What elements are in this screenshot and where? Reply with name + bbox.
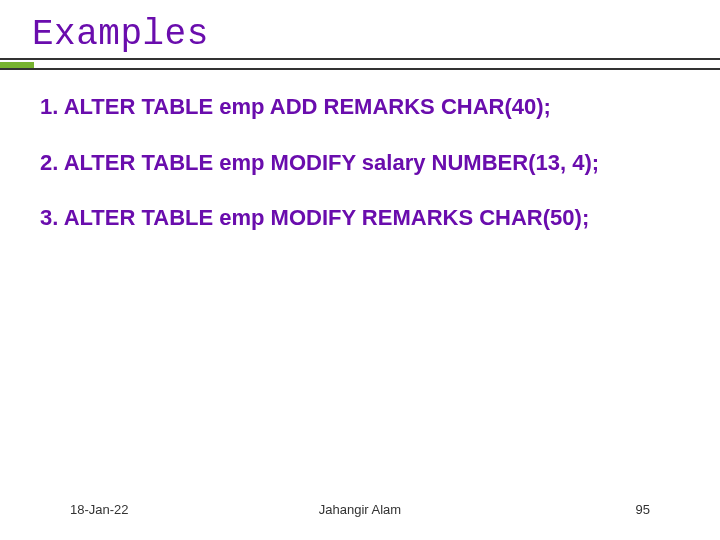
footer-page-number: 95 bbox=[636, 502, 650, 517]
footer: 18-Jan-22 Jahangir Alam 95 bbox=[0, 502, 720, 522]
title-rule bbox=[0, 58, 720, 68]
slide-title: Examples bbox=[32, 14, 209, 55]
rule-line-bottom bbox=[0, 68, 720, 70]
title-wrap: Examples bbox=[32, 14, 688, 55]
content-area: 1. ALTER TABLE emp ADD REMARKS CHAR(40);… bbox=[40, 92, 680, 259]
rule-line-top bbox=[0, 58, 720, 60]
list-item: 3. ALTER TABLE emp MODIFY REMARKS CHAR(5… bbox=[40, 203, 680, 233]
list-item: 1. ALTER TABLE emp ADD REMARKS CHAR(40); bbox=[40, 92, 680, 122]
footer-author: Jahangir Alam bbox=[0, 502, 720, 517]
slide: Examples 1. ALTER TABLE emp ADD REMARKS … bbox=[0, 0, 720, 540]
list-item: 2. ALTER TABLE emp MODIFY salary NUMBER(… bbox=[40, 148, 680, 178]
